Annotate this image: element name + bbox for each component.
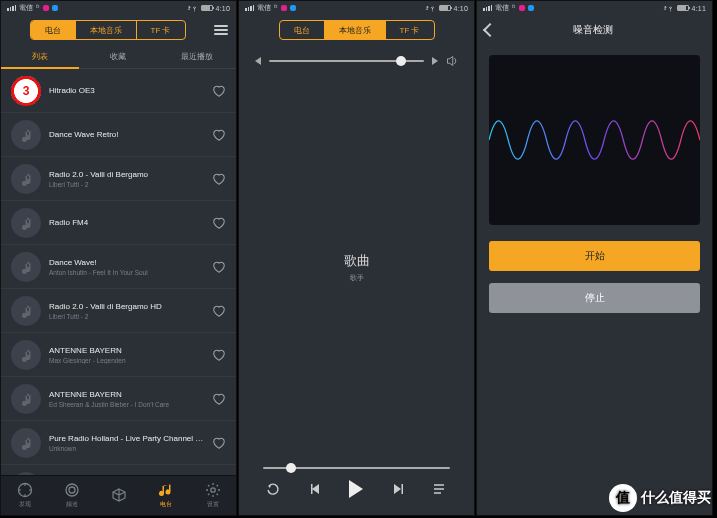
stop-button[interactable]: 停止 [489, 283, 700, 313]
nav-cube[interactable] [95, 476, 142, 515]
play-icon[interactable] [349, 480, 363, 498]
station-thumb [11, 384, 41, 414]
status-bar: 電信ᴰ ៛⫯4:10 [239, 1, 474, 15]
top-bar: 电台 本地音乐 TF 卡 [1, 15, 236, 45]
screen-noise-test: 電信ᴰ ៛⫯4:11 噪音检测 开 [476, 0, 713, 516]
volume-slider[interactable] [269, 60, 424, 62]
status-bar: 電信ᴰ ៛⫯4:10 [1, 1, 236, 15]
station-thumb [11, 76, 41, 106]
station-title: ANTENNE BAYERN [49, 346, 204, 355]
station-subtitle: Liberi Tutti - 2 [49, 181, 204, 188]
station-thumb [11, 120, 41, 150]
next-icon[interactable] [389, 481, 405, 497]
station-row[interactable]: ANTENNE BAYERNMax Giesinger - Legenden [1, 333, 236, 377]
station-row[interactable]: Radio 2.0 - Valli di BergamoLiberi Tutti… [1, 157, 236, 201]
station-row[interactable]: Dance Wave!Anton Ishutin - Feel It In Yo… [1, 245, 236, 289]
station-title: Dance Wave! [49, 258, 204, 267]
station-row[interactable]: Radio 2.0 - Valli di Bergamo HDLiberi Tu… [1, 289, 236, 333]
playlist-icon[interactable] [431, 481, 447, 497]
heart-icon[interactable] [212, 304, 226, 318]
watermark: 值 什么值得买 [609, 484, 711, 512]
screen-player: 電信ᴰ ៛⫯4:10 电台 本地音乐 TF 卡 歌曲 歌手 [238, 0, 475, 516]
station-title: Radio 2.0 - Valli di Bergamo HD [49, 302, 204, 311]
start-button[interactable]: 开始 [489, 241, 700, 271]
screen-radio-list: 電信ᴰ ៛⫯4:10 电台 本地音乐 TF 卡 列表 收藏 最近播放 Hitra… [0, 0, 237, 516]
station-subtitle: Anton Ishutin - Feel It In Your Soul [49, 269, 204, 276]
status-bar: 電信ᴰ ៛⫯4:11 [477, 1, 712, 15]
song-artist: 歌手 [350, 273, 364, 283]
station-row[interactable]: Radio FM4 [1, 201, 236, 245]
bottom-nav: 发现 频道 电台 设置 [1, 475, 236, 515]
station-title: Dance Wave Retro! [49, 130, 204, 139]
subtab-list[interactable]: 列表 [1, 45, 79, 69]
top-segment: 电台 本地音乐 TF 卡 [279, 20, 435, 40]
now-playing-info: 歌曲 歌手 [239, 67, 474, 467]
progress-knob[interactable] [286, 463, 296, 473]
heart-icon[interactable] [212, 84, 226, 98]
volume-row [239, 45, 474, 67]
waveform-visual [489, 55, 700, 225]
station-row[interactable]: ANTENNE BAYERNEd Sheeran & Justin Bieber… [1, 377, 236, 421]
heart-icon[interactable] [212, 392, 226, 406]
prev-icon[interactable] [308, 481, 324, 497]
station-title: Pure Radio Holland - Live Party Channel … [49, 434, 204, 443]
heart-icon[interactable] [212, 172, 226, 186]
station-thumb [11, 296, 41, 326]
station-subtitle: Max Giesinger - Legenden [49, 357, 204, 364]
station-title: Radio FM4 [49, 218, 204, 227]
station-thumb [11, 164, 41, 194]
loop-icon[interactable] [266, 481, 282, 497]
station-subtitle: Unknown [49, 445, 204, 452]
subtab-recent[interactable]: 最近播放 [158, 45, 236, 69]
station-row[interactable]: Dance Wave Retro! [1, 113, 236, 157]
heart-icon[interactable] [212, 128, 226, 142]
station-thumb [11, 208, 41, 238]
station-thumb [11, 252, 41, 282]
station-subtitle: Ed Sheeran & Justin Bieber - I Don't Car… [49, 401, 204, 408]
volume-knob[interactable] [396, 56, 406, 66]
heart-icon[interactable] [212, 436, 226, 450]
vol-up-icon[interactable] [432, 57, 438, 65]
nav-discover[interactable]: 发现 [1, 476, 48, 515]
heart-icon[interactable] [212, 260, 226, 274]
nav-radio[interactable]: 电台 [142, 476, 189, 515]
station-thumb [11, 428, 41, 458]
back-icon[interactable] [483, 23, 497, 37]
station-list[interactable]: Hitradio OE3 Dance Wave Retro! Radio 2.0… [1, 69, 236, 475]
tab-tf-card[interactable]: TF 卡 [385, 21, 434, 39]
tab-local-music[interactable]: 本地音乐 [75, 21, 136, 39]
station-row[interactable]: Pure Radio Holland - Live Party Channel … [1, 421, 236, 465]
progress-slider[interactable] [263, 467, 450, 469]
tab-local-music[interactable]: 本地音乐 [324, 21, 385, 39]
watermark-badge: 值 [609, 484, 637, 512]
tab-radio[interactable]: 电台 [280, 21, 324, 39]
top-bar: 噪音检测 [477, 15, 712, 45]
vol-down-icon[interactable] [255, 57, 261, 65]
station-title: Radio 2.0 - Valli di Bergamo [49, 170, 204, 179]
station-thumb [11, 340, 41, 370]
station-subtitle: Liberi Tutti - 2 [49, 313, 204, 320]
page-title: 噪音检测 [573, 23, 613, 37]
subtab-fav[interactable]: 收藏 [79, 45, 157, 69]
menu-icon[interactable] [214, 25, 228, 35]
heart-icon[interactable] [212, 216, 226, 230]
watermark-text: 什么值得买 [641, 489, 711, 507]
station-title: ANTENNE BAYERN [49, 390, 204, 399]
nav-settings[interactable]: 设置 [189, 476, 236, 515]
sub-tabs: 列表 收藏 最近播放 [1, 45, 236, 69]
speaker-icon [446, 55, 458, 67]
nav-channel[interactable]: 频道 [48, 476, 95, 515]
tab-tf-card[interactable]: TF 卡 [136, 21, 185, 39]
station-title: Hitradio OE3 [49, 86, 204, 95]
station-row[interactable]: ORF Radio Wien [1, 465, 236, 475]
player-controls [239, 469, 474, 515]
song-title: 歌曲 [344, 252, 370, 270]
top-bar: 电台 本地音乐 TF 卡 [239, 15, 474, 45]
tab-radio[interactable]: 电台 [31, 21, 75, 39]
station-row[interactable]: Hitradio OE3 [1, 69, 236, 113]
heart-icon[interactable] [212, 348, 226, 362]
top-segment: 电台 本地音乐 TF 卡 [30, 20, 186, 40]
